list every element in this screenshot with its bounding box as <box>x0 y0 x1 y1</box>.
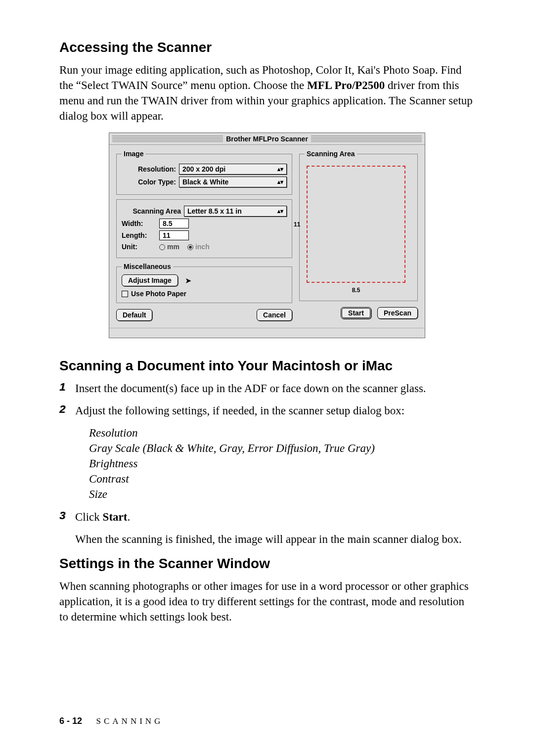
preview-height-tick: 11 <box>294 221 300 228</box>
unit-mm-radio[interactable]: mm <box>159 242 184 251</box>
use-photo-paper-label: Use Photo Paper <box>131 290 186 298</box>
heading-settings-window: Settings in the Scanner Window <box>59 556 475 572</box>
group-scanning-area-preview: Scanning Area 11 8.5 <box>299 150 418 301</box>
dialog-title: Brother MFLPro Scanner <box>226 135 308 143</box>
label-scanningarea: Scanning Area <box>122 207 181 215</box>
dialog-titlebar: Brother MFLPro Scanner <box>109 133 425 145</box>
resolution-select[interactable]: 200 x 200 dpi ▴▾ <box>179 164 287 175</box>
sub-grayscale: Gray Scale (Black & White, Gray, Error D… <box>89 441 475 456</box>
intro-paragraph: Run your image editing application, such… <box>59 62 475 124</box>
step-3c: . <box>127 511 130 523</box>
label-unit: Unit: <box>122 243 156 251</box>
step-3a: Click <box>75 511 103 523</box>
unit-inch-label: inch <box>195 243 210 251</box>
heading-scanning-doc: Scanning a Document into Your Macintosh … <box>59 358 475 374</box>
step-3-text: Click Start. <box>75 509 475 525</box>
group-misc-legend: Miscellaneous <box>122 263 173 270</box>
intro-driver-name: MFL Pro/P2500 <box>307 79 385 91</box>
group-misc: Miscellaneous Adjust Image ➤ Use Photo P… <box>116 263 292 303</box>
step-number-2: 2 <box>59 403 70 416</box>
width-input[interactable]: 8.5 <box>159 219 189 228</box>
step-2-text: Adjust the following settings, if needed… <box>75 403 475 418</box>
label-resolution: Resolution: <box>122 165 176 173</box>
titlebar-stripes-right <box>311 135 422 142</box>
scanner-dialog-figure: Brother MFLPro Scanner Image Resolution:… <box>59 133 475 338</box>
chevron-updown-icon: ▴▾ <box>277 208 283 214</box>
step-number-1: 1 <box>59 381 70 394</box>
length-input[interactable]: 11 <box>159 230 189 240</box>
group-image: Image Resolution: 200 x 200 dpi ▴▾ Color… <box>116 150 292 195</box>
sub-resolution: Resolution <box>89 425 475 441</box>
sub-size: Size <box>89 487 475 502</box>
heading-accessing: Accessing the Scanner <box>59 40 475 55</box>
step-3b: Start <box>103 511 128 523</box>
chevron-updown-icon: ▴▾ <box>277 179 283 185</box>
label-length: Length: <box>122 231 156 239</box>
default-button[interactable]: Default <box>116 309 152 321</box>
preview-width-tick: 8.5 <box>352 287 360 294</box>
group-image-legend: Image <box>122 150 145 158</box>
group-scanning-area-legend: Scanning Area <box>305 150 357 158</box>
prescan-button[interactable]: PreScan <box>377 307 418 319</box>
scanningarea-value: Letter 8.5 x 11 in <box>187 207 242 215</box>
dialog-statusbar <box>109 328 425 338</box>
sub-contrast: Contrast <box>89 471 475 487</box>
label-colortype: Color Type: <box>122 178 176 186</box>
page-footer: 6 - 12 SCANNING <box>59 716 163 726</box>
preview-canvas[interactable]: 11 8.5 <box>305 164 407 285</box>
step-2-sublist: Resolution Gray Scale (Black & White, Gr… <box>89 425 475 502</box>
step-1-text: Insert the document(s) face up in the AD… <box>75 381 475 396</box>
adjust-image-button[interactable]: Adjust Image <box>122 274 178 286</box>
start-button[interactable]: Start <box>341 307 371 319</box>
footer-label: SCANNING <box>96 716 164 726</box>
cursor-arrow-icon: ➤ <box>185 276 191 285</box>
scanningarea-select[interactable]: Letter 8.5 x 11 in ▴▾ <box>184 206 287 217</box>
page-number: 6 - 12 <box>59 716 82 726</box>
step-number-3: 3 <box>59 509 70 522</box>
use-photo-paper-checkbox[interactable] <box>122 291 128 297</box>
label-width: Width: <box>122 220 156 227</box>
settings-paragraph: When scanning photographs or other image… <box>59 578 475 624</box>
cancel-button[interactable]: Cancel <box>257 309 292 321</box>
chevron-updown-icon: ▴▾ <box>277 166 283 172</box>
colortype-value: Black & White <box>182 178 228 186</box>
sub-brightness: Brightness <box>89 456 475 471</box>
colortype-select[interactable]: Black & White ▴▾ <box>179 177 287 187</box>
scanner-dialog: Brother MFLPro Scanner Image Resolution:… <box>109 133 425 338</box>
step-3-followup: When the scanning is finished, the image… <box>75 532 475 547</box>
titlebar-stripes-left <box>112 135 223 142</box>
selection-marquee[interactable] <box>307 166 405 283</box>
unit-inch-radio[interactable]: inch <box>187 242 215 251</box>
resolution-value: 200 x 200 dpi <box>182 165 225 173</box>
unit-mm-label: mm <box>167 243 179 251</box>
group-scanarea-settings: Scanning Area Letter 8.5 x 11 in ▴▾ Widt… <box>116 199 292 258</box>
